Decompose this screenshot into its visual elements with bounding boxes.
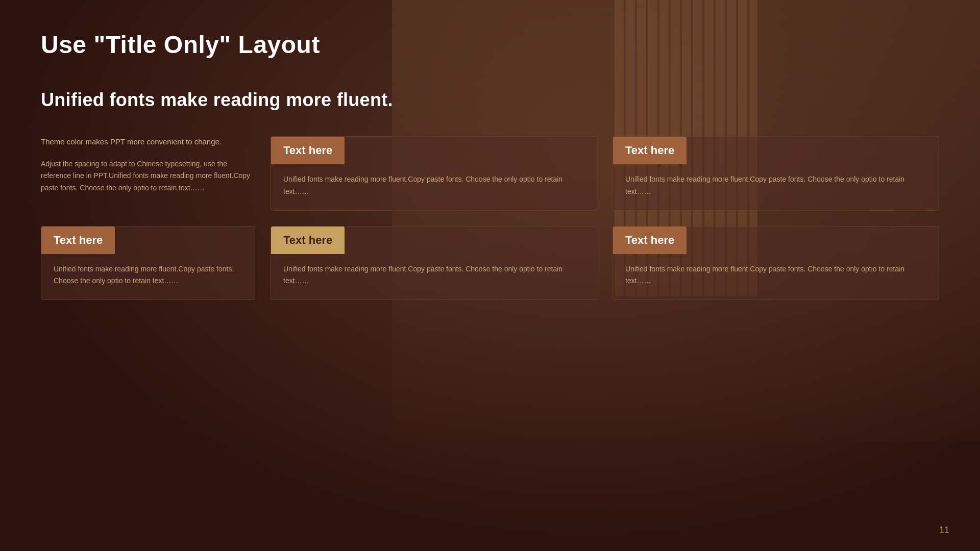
card-bottom-2: Text here Unified fonts make reading mor… (271, 226, 597, 300)
body-text: Adjust the spacing to adapt to Chinese t… (41, 158, 255, 194)
card-bottom-3-body: Unified fonts make reading more fluent.C… (613, 254, 939, 300)
card-bottom-1-body: Unified fonts make reading more fluent.C… (41, 254, 255, 300)
intro-text: Theme color makes PPT more convenient to… (41, 136, 255, 148)
card-bottom-2-header: Text here (271, 227, 345, 254)
cards-container: Text here Unified fonts make reading mor… (271, 136, 939, 211)
card-top-1-header: Text here (271, 137, 345, 164)
card-top-1-body: Unified fonts make reading more fluent.C… (271, 164, 597, 210)
card-bottom-1-header: Text here (41, 227, 115, 254)
card-top-2-header: Text here (613, 137, 687, 164)
card-top-2: Text here Unified fonts make reading mor… (612, 136, 939, 211)
card-top-1: Text here Unified fonts make reading mor… (271, 136, 597, 211)
card-bottom-3: Text here Unified fonts make reading mor… (612, 226, 939, 300)
bottom-right-cards: Text here Unified fonts make reading mor… (271, 226, 939, 300)
main-content: Use "Title Only" Layout Unified fonts ma… (0, 0, 980, 551)
card-bottom-1: Text here Unified fonts make reading mor… (41, 226, 255, 300)
bottom-section: Text here Unified fonts make reading mor… (41, 226, 939, 300)
subtitle: Unified fonts make reading more fluent. (41, 89, 939, 111)
top-cards-row: Text here Unified fonts make reading mor… (271, 136, 939, 211)
card-bottom-2-body: Unified fonts make reading more fluent.C… (271, 254, 597, 300)
top-section: Theme color makes PPT more convenient to… (41, 136, 939, 211)
bottom-cards-row: Text here Unified fonts make reading mor… (271, 226, 939, 300)
card-bottom-3-header: Text here (613, 227, 687, 254)
page-title: Use "Title Only" Layout (41, 31, 939, 59)
left-text-block: Theme color makes PPT more convenient to… (41, 136, 255, 194)
card-top-2-body: Unified fonts make reading more fluent.C… (613, 164, 939, 210)
